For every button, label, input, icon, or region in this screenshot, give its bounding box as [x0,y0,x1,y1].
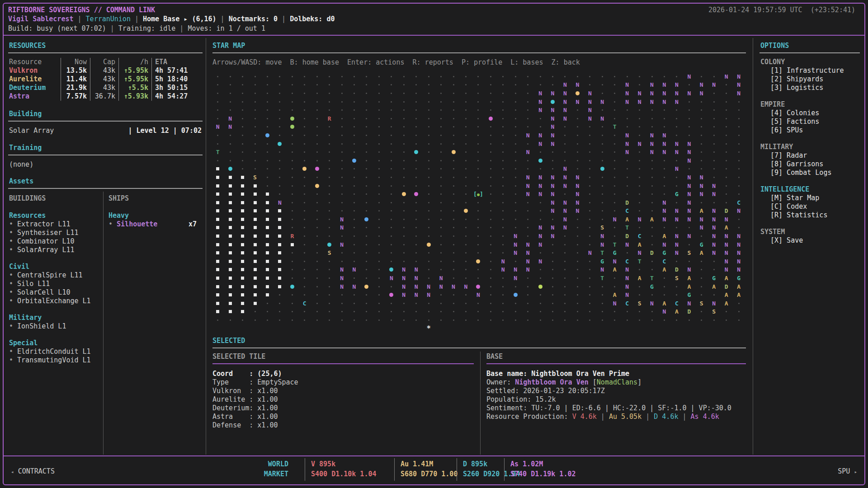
map-base-marker[interactable]: N [584,106,596,114]
map-base-marker[interactable]: N [547,173,559,182]
map-cell[interactable] [447,182,459,190]
map-base-marker[interactable]: S [670,274,683,282]
map-cell[interactable] [695,257,708,266]
map-cell[interactable] [348,215,360,224]
map-cell[interactable] [385,81,397,89]
menu-item-statistics[interactable]: [R] Statistics [760,211,861,220]
map-cell[interactable] [224,249,236,257]
map-cell[interactable] [373,165,385,174]
map-cell[interactable] [286,257,298,266]
map-cell[interactable] [460,72,472,81]
map-cell[interactable] [646,173,658,182]
map-cell[interactable] [497,148,509,156]
map-cell[interactable] [695,266,708,274]
map-cell[interactable] [410,232,422,240]
map-base-marker[interactable]: N [571,98,584,106]
map-base-marker[interactable]: C [621,299,633,308]
map-planet[interactable] [534,282,546,291]
map-cell[interactable] [460,165,472,174]
map-base-marker[interactable]: N [732,257,745,266]
map-cell[interactable] [596,324,609,333]
map-base-marker[interactable]: A [683,274,695,282]
map-base-marker[interactable]: N [695,173,708,182]
map-cell[interactable] [596,299,609,308]
map-cell[interactable] [708,114,720,123]
map-cell[interactable] [485,81,497,89]
map-base-marker[interactable]: N [621,266,633,274]
map-base-marker[interactable]: N [335,282,348,291]
map-cell[interactable] [323,308,335,316]
map-base-marker[interactable]: G [695,240,708,249]
map-cell[interactable] [447,291,459,299]
map-cell[interactable] [571,140,584,148]
map-cell[interactable] [658,224,670,232]
map-cell[interactable] [460,182,472,190]
map-cell[interactable] [472,215,484,224]
map-base-marker[interactable]: S [249,173,261,182]
map-cell[interactable] [274,114,286,123]
map-cell[interactable] [323,148,335,156]
map-base-marker[interactable]: N [547,182,559,190]
map-cell[interactable] [323,291,335,299]
map-cell[interactable] [509,148,522,156]
map-cell[interactable] [422,81,434,89]
map-cell[interactable] [236,299,249,308]
map-base-marker[interactable]: N [547,131,559,140]
map-cell[interactable] [212,72,224,81]
map-cell[interactable] [360,148,373,156]
map-cell[interactable] [435,299,447,308]
map-cell[interactable] [472,148,484,156]
map-cell[interactable] [360,198,373,207]
map-cell[interactable] [695,156,708,165]
map-planet[interactable] [485,114,497,123]
map-cell[interactable] [385,198,397,207]
map-cell[interactable] [720,308,732,316]
map-cell[interactable] [224,299,236,308]
map-cell[interactable] [323,140,335,148]
map-cell[interactable] [236,282,249,291]
map-cell[interactable] [485,299,497,308]
map-cell[interactable] [485,148,497,156]
map-cell[interactable] [435,224,447,232]
map-cell[interactable] [547,72,559,81]
map-base-marker[interactable]: N [559,114,571,123]
map-cell[interactable] [460,249,472,257]
map-cell[interactable] [509,173,522,182]
map-cell[interactable] [236,324,249,333]
map-cell[interactable] [732,114,745,123]
map-base-marker[interactable]: N [658,81,670,89]
map-cell[interactable] [534,308,546,316]
map-cell[interactable] [212,240,224,249]
map-cell[interactable] [224,266,236,274]
map-planet[interactable] [311,182,323,190]
map-cell[interactable] [261,240,274,249]
map-base-marker[interactable]: N [398,282,410,291]
map-cell[interactable] [460,173,472,182]
map-cell[interactable] [298,198,311,207]
map-cell[interactable] [249,249,261,257]
map-base-marker[interactable]: N [534,232,546,240]
map-cell[interactable] [360,274,373,282]
map-base-marker[interactable]: N [708,224,720,232]
map-cell[interactable] [534,123,546,131]
map-cell[interactable] [335,257,348,266]
map-cell[interactable] [385,308,397,316]
map-cell[interactable] [708,106,720,114]
map-cell[interactable] [584,173,596,182]
map-cell[interactable] [683,240,695,249]
map-cell[interactable] [460,240,472,249]
map-base-marker[interactable]: N [547,89,559,98]
map-cell[interactable] [571,324,584,333]
map-base-marker[interactable]: N [658,215,670,224]
map-base-marker[interactable]: N [708,240,720,249]
map-cell[interactable] [274,165,286,174]
map-cell[interactable] [360,114,373,123]
map-cell[interactable] [286,148,298,156]
map-cell[interactable] [472,198,484,207]
map-cell[interactable] [522,282,534,291]
map-cell[interactable] [571,215,584,224]
map-cell[interactable] [274,215,286,224]
map-base-marker[interactable]: N [633,140,646,148]
map-cell[interactable] [732,106,745,114]
map-cell[interactable] [460,266,472,274]
